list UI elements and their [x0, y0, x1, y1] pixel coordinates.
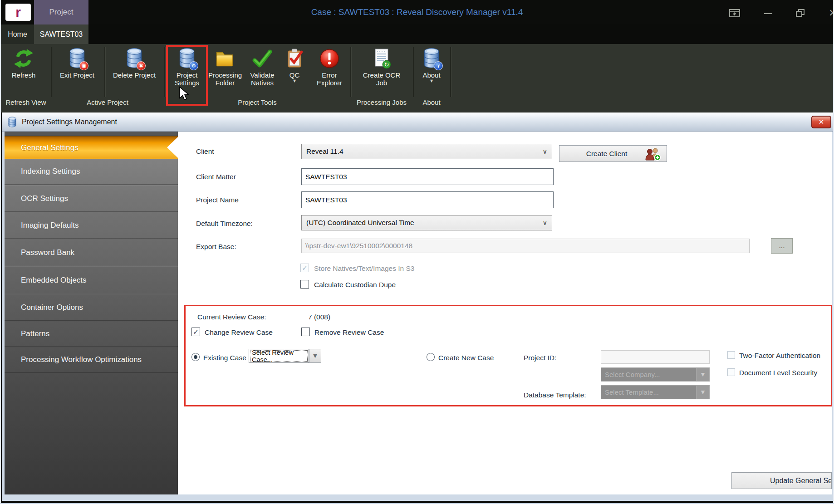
client-select[interactable]: Reveal 11.4 ∨ [301, 144, 552, 159]
chevron-down-icon: ∨ [543, 219, 547, 226]
qc-clipboard-icon [285, 46, 304, 71]
delete-project-button[interactable]: ✖ Delete Project [108, 46, 161, 99]
validate-natives-button[interactable]: Validate Natives [243, 46, 281, 99]
window-title: Case : SAWTEST03 : Reveal Discovery Mana… [1, 7, 833, 17]
delete-badge-icon: ✖ [137, 61, 146, 70]
existing-case-label: Existing Case [203, 354, 246, 362]
validate-natives-label: Validate Natives [243, 71, 281, 87]
template-select-value: Select Template... [605, 388, 659, 396]
close-icon[interactable]: ✕ [829, 7, 834, 19]
project-name-input[interactable]: SAWTEST03 [301, 191, 554, 208]
timezone-label: Default Timezone: [196, 220, 253, 228]
ribbon-divider [350, 47, 351, 97]
dialog-title: Project Settings Management [22, 118, 117, 126]
sidebar-item-processing-workflow[interactable]: Processing Workflow Optimizations [5, 347, 178, 373]
client-matter-input[interactable]: SAWTEST03 [301, 168, 554, 185]
company-select: Select Company... ▼ [601, 367, 710, 382]
sidebar-selected-notch [167, 137, 178, 158]
review-case-select-arrow-icon[interactable]: ▼ [309, 349, 321, 363]
client-label: Client [196, 147, 214, 156]
minimize-icon[interactable] [764, 13, 772, 14]
create-new-case-radio[interactable] [427, 353, 435, 361]
project-id-label: Project ID: [524, 354, 556, 362]
tab-home[interactable]: Home [1, 24, 34, 44]
group-label-about: About [414, 98, 449, 106]
custodian-dupe-label: Calculate Custodian Dupe [314, 281, 396, 289]
chevron-down-icon: ∨ [543, 148, 547, 155]
processing-folder-button[interactable]: Processing Folder [204, 46, 246, 99]
client-value: Reveal 11.4 [306, 147, 343, 156]
refresh-icon [13, 46, 34, 71]
doc-level-security-checkbox [727, 368, 735, 376]
refresh-button[interactable]: Refresh [4, 46, 44, 99]
tab-sawtest03[interactable]: SAWTEST03 [34, 24, 88, 44]
stop-badge-icon: ■ [79, 61, 88, 70]
checkmark-icon [251, 46, 273, 71]
create-client-label: Create Client [586, 150, 627, 158]
project-settings-icon: ⚙ [177, 46, 196, 71]
sidebar-item-embedded-objects[interactable]: Embedded Objects [5, 266, 178, 294]
sidebar-item-ocr-settings[interactable]: OCR Settings [5, 185, 178, 212]
company-select-arrow-icon: ▼ [696, 368, 709, 381]
app-window: r Project Case : SAWTEST03 : Reveal Disc… [0, 0, 834, 504]
s3-checkbox: ✓ [300, 264, 309, 272]
review-case-select[interactable]: Select Review Case... [249, 349, 309, 363]
folder-icon [214, 46, 236, 71]
dialog-close-button[interactable]: ✕ [811, 116, 831, 128]
mouse-cursor [179, 86, 190, 101]
template-select-arrow-icon: ▼ [696, 386, 709, 399]
error-explorer-button[interactable]: Error Explorer [310, 46, 348, 99]
group-label-project-tools: Project Tools [165, 98, 349, 106]
ribbon-divider [450, 47, 451, 97]
sidebar-item-imaging-defaults[interactable]: Imaging Defaults [5, 212, 178, 239]
current-review-case-label: Current Review Case: [197, 313, 266, 321]
remove-review-case-label: Remove Review Case [314, 328, 384, 337]
about-icon: i [422, 46, 441, 71]
project-name-label: Project Name [196, 196, 239, 204]
refresh-label: Refresh [12, 71, 36, 79]
existing-case-radio[interactable] [191, 353, 200, 361]
ocr-document-icon: ↻ [372, 46, 392, 71]
error-explorer-label: Error Explorer [310, 71, 348, 87]
project-id-input [601, 350, 710, 364]
create-client-button[interactable]: Create Client [559, 145, 667, 162]
sidebar-item-patterns[interactable]: Patterns [5, 321, 178, 347]
dialog-right-border [832, 132, 834, 501]
export-base-label: Export Base: [196, 243, 236, 251]
about-button[interactable]: i About ▼ [417, 46, 446, 99]
dialog-content [178, 132, 832, 494]
exit-project-icon: ■ [68, 46, 87, 71]
qc-button[interactable]: QC ▼ [283, 46, 306, 99]
qc-label: QC [289, 71, 300, 79]
timezone-value: (UTC) Coordinated Universal Time [306, 219, 414, 227]
restore-icon[interactable] [796, 9, 805, 17]
client-matter-label: Client Matter [196, 173, 236, 181]
delete-project-label: Delete Project [113, 71, 156, 79]
show-panel-icon[interactable] [729, 9, 740, 17]
two-factor-label: Two-Factor Authentication [739, 352, 820, 360]
group-label-refresh-view: Refresh View [1, 98, 51, 106]
create-ocr-job-label: Create OCR Job [358, 71, 406, 87]
sidebar-item-password-bank[interactable]: Password Bank [5, 239, 178, 266]
sidebar-item-indexing-settings[interactable]: Indexing Settings [5, 158, 178, 185]
custodian-dupe-checkbox[interactable] [300, 280, 309, 289]
create-ocr-job-button[interactable]: ↻ Create OCR Job [358, 46, 406, 99]
s3-checkbox-label: Store Natives/Text/Images In S3 [314, 264, 414, 273]
error-icon [319, 46, 340, 71]
company-select-value: Select Company... [605, 371, 660, 378]
timezone-select[interactable]: (UTC) Coordinated Universal Time ∨ [301, 215, 552, 230]
dialog-titlebar: Project Settings Management [2, 113, 833, 132]
two-factor-checkbox [727, 351, 735, 359]
ribbon-divider [413, 47, 414, 97]
update-general-settings-button[interactable]: Update General Se [731, 472, 832, 489]
sidebar-item-container-options[interactable]: Container Options [5, 294, 178, 321]
browse-button[interactable]: ... [771, 238, 793, 254]
sidebar-item-general-settings[interactable]: General Settings [5, 136, 178, 159]
change-review-case-checkbox[interactable]: ✓ [191, 328, 200, 336]
current-review-case-value: 7 (008) [308, 313, 330, 321]
project-settings-label: Project Settings [168, 71, 206, 87]
remove-review-case-checkbox[interactable] [301, 328, 310, 336]
exit-project-button[interactable]: ■ Exit Project [54, 46, 100, 99]
qc-dropdown-icon[interactable]: ▼ [293, 79, 296, 83]
about-dropdown-icon[interactable]: ▼ [430, 79, 433, 83]
